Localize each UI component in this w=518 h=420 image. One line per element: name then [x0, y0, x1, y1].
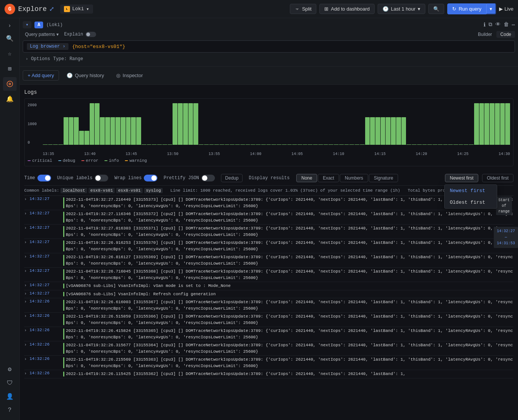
log-row[interactable]: › 14:32:26 2022-11-04T19:32:26.415824 [3… [24, 327, 513, 341]
code-button[interactable]: Code [496, 31, 515, 38]
newest-first-button[interactable]: Newest first [445, 174, 479, 182]
datasource-selector[interactable]: L Loki ▾ [60, 5, 93, 14]
sidebar-item-settings[interactable]: ⚙ [3, 363, 17, 376]
sidebar-item-shield[interactable]: 🛡 [3, 376, 17, 390]
query-row: ▾ A (Loki) ℹ ⧉ 👁 🗑 ⋯ [23, 21, 515, 28]
explain-toggle-switch[interactable] [86, 32, 96, 37]
chart-bar [230, 144, 235, 145]
query-history-button[interactable]: 🕐 Query history [62, 71, 109, 80]
prettify-json-toggle[interactable] [201, 175, 215, 181]
options-row[interactable]: › Options Type: Range [23, 55, 515, 63]
add-query-button[interactable]: + Add query [23, 70, 59, 81]
builder-button[interactable]: Builder [474, 31, 496, 38]
log-browser-button[interactable]: Log browser › [27, 43, 68, 50]
log-row[interactable]: › 14:32:27 2022-11-04T19:32:26.716045 [3… [24, 268, 513, 282]
query-collapse-icon[interactable]: ▾ [23, 21, 31, 28]
log-timestamp: 14:32:27 [30, 211, 62, 215]
log-expand-icon[interactable]: › [24, 299, 30, 304]
inspector-button[interactable]: ◎ Inspector [112, 71, 147, 80]
oldest-first-option[interactable]: Oldest first [445, 197, 497, 208]
share-icon[interactable]: ⤢ [49, 5, 54, 13]
sidebar-item-star[interactable]: ☆ [3, 47, 17, 60]
chart-bar [43, 144, 48, 145]
log-message: 2022-11-04T19:32:27.116346 [33155372] [c… [66, 211, 513, 223]
split-button[interactable]: ⫟ Split [290, 4, 316, 14]
log-expand-icon[interactable]: › [24, 356, 30, 361]
wrap-lines-control: Wrap lines [114, 175, 157, 181]
delete-icon[interactable]: 🗑 [504, 22, 509, 28]
explain-toggle[interactable]: Explain [64, 32, 96, 37]
log-row[interactable]: › 14:32:27 2022-11-04T19:32:27.116346 [3… [24, 210, 513, 225]
dedup-signature-button[interactable]: Signature [369, 174, 398, 182]
log-row[interactable]: › 14:32:26 2022-11-04T19:32:26.515859 [3… [24, 313, 513, 327]
chart-x-labels: 13:3513:4013:4513:5013:5514:0014:0514:10… [43, 152, 510, 156]
log-row[interactable]: › 14:32:27 2022-11-04T19:32:27.016303 [3… [24, 225, 513, 239]
sidebar-item-explore[interactable] [3, 77, 17, 91]
log-expand-icon[interactable]: › [24, 211, 30, 216]
live-button[interactable]: ▶ Live [499, 6, 513, 12]
dedup-none-button[interactable]: None [296, 174, 317, 182]
search-zoom-button[interactable]: 🔍 [428, 4, 444, 14]
log-row[interactable]: › 14:32:27 2022-11-04T19:32:26.816127 [3… [24, 253, 513, 268]
chart-bar [225, 144, 230, 145]
sidebar-item-alerts[interactable]: 🔔 [3, 92, 17, 106]
sidebar-collapse-button[interactable]: › [6, 21, 12, 30]
log-message: 2022-11-04T19:32:26.916253 [33155370] [c… [66, 240, 513, 252]
dedup-exact-button[interactable]: Exact [318, 174, 339, 182]
log-expand-icon[interactable]: › [24, 328, 30, 333]
copy-icon[interactable]: ⧉ [488, 22, 492, 28]
sidebar-item-help[interactable]: ? [3, 403, 17, 417]
log-expand-icon[interactable]: › [24, 291, 30, 296]
time-toggle[interactable] [37, 175, 51, 181]
log-expand-icon[interactable]: › [24, 254, 30, 259]
log-row[interactable]: › 14:32:27 [vSAN06876 sub-Libs] VsanInfo… [24, 282, 513, 290]
run-query-group: ↻ Run query ▾ [447, 3, 496, 14]
log-timestamp: 14:32:26 [30, 328, 62, 332]
log-expand-icon[interactable]: › [24, 268, 30, 273]
log-expand-icon[interactable]: › [24, 342, 30, 347]
info-icon[interactable]: ℹ [484, 22, 485, 28]
log-expand-icon[interactable]: › [24, 371, 30, 376]
chart-bar [464, 144, 468, 145]
add-to-dashboard-button[interactable]: ⊞ Add to dashboard [319, 4, 375, 14]
log-row[interactable]: › 14:32:26 2022-11-04T19:32:26.215569 [3… [24, 356, 513, 370]
chart-x-label: 14:15 [374, 152, 386, 156]
chart-bar [115, 117, 120, 145]
query-label-a[interactable]: A [34, 22, 43, 28]
view-icon[interactable]: 👁 [495, 22, 501, 28]
log-expand-icon[interactable]: › [24, 313, 30, 318]
chart-bar [324, 144, 328, 145]
chart-bar [474, 103, 479, 145]
wrap-lines-toggle[interactable] [144, 175, 157, 181]
log-expand-icon[interactable]: › [24, 240, 30, 245]
log-expand-icon[interactable]: › [24, 225, 30, 230]
dedup-button[interactable]: Dedup [221, 174, 243, 182]
run-query-button[interactable]: ↻ Run query [447, 3, 486, 14]
newest-first-option[interactable]: Newest first [445, 185, 497, 197]
log-message: 2022-11-04T19:32:26.315677 [33155364] [c… [66, 342, 513, 355]
run-query-dropdown[interactable]: ▾ [486, 3, 496, 14]
sidebar-item-dashboard[interactable]: ⊞ [3, 62, 17, 76]
log-row[interactable]: › 14:32:26 2022-11-04T19:32:26.315677 [3… [24, 341, 513, 356]
sidebar-item-search[interactable]: 🔍 [3, 32, 17, 45]
time-range-button[interactable]: 🕐 Last 1 hour ▾ [378, 4, 425, 14]
log-expand-icon[interactable]: › [24, 283, 30, 288]
log-expand-icon[interactable]: › [24, 197, 30, 201]
log-row[interactable]: › 14:32:27 2022-11-04T19:32:26.916253 [3… [24, 239, 513, 253]
log-row[interactable]: › 14:32:26 2022-11-04T19:32:26.616003 [3… [24, 298, 513, 313]
log-row[interactable]: › 14:32:27 2022-11-04T19:32:27.216449 [3… [24, 196, 513, 210]
log-row[interactable]: › 14:32:26 2022-11-04T19:32:26.115425 [3… [24, 370, 513, 378]
query-patterns-button[interactable]: Query patterns ▾ [23, 31, 61, 38]
more-icon[interactable]: ⋯ [512, 22, 515, 28]
query-input-row: Log browser › {host="esx8-vs01"} [23, 40, 515, 53]
query-input[interactable]: {host="esx8-vs01"} [72, 44, 125, 50]
chart-x-label: 13:55 [208, 152, 220, 156]
log-row[interactable]: › 14:32:27 [vSAN06876 sub-Libs] VsanInfo… [24, 290, 513, 299]
chart-x-label: 13:50 [167, 152, 179, 156]
dedup-numbers-button[interactable]: Numbers [340, 174, 368, 182]
sidebar: › 🔍 ☆ ⊞ 🔔 ⚙ 🛡 👤 ? [0, 18, 20, 420]
chart-bar [303, 144, 308, 145]
sidebar-item-user[interactable]: 👤 [3, 390, 17, 403]
oldest-first-button[interactable]: Oldest first [482, 174, 513, 182]
unique-labels-toggle[interactable] [95, 175, 108, 181]
